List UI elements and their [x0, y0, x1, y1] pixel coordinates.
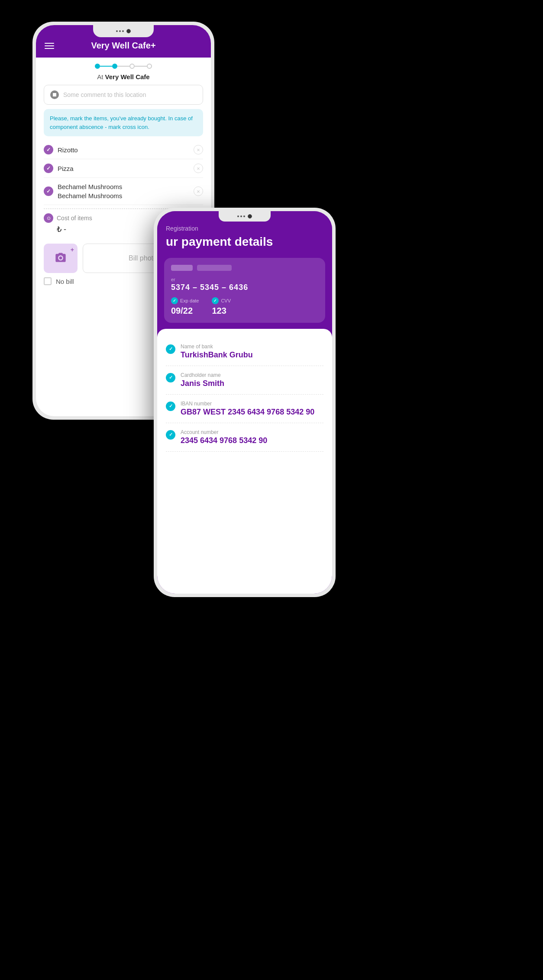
- iban-content: IBAN number GB87 WEST 2345 6434 9768 534…: [181, 401, 314, 417]
- card-chip: [171, 265, 193, 271]
- cardholder-content: Cardholder name Janis Smith: [181, 372, 224, 388]
- step-1: [95, 64, 100, 69]
- bank-name-check: [166, 344, 175, 354]
- items-list: Rizotto × Pizza × Bechamel Mushrooms Bec…: [44, 141, 203, 205]
- notch-dot-1: [116, 30, 118, 32]
- step-indicator: [36, 58, 211, 71]
- payment-title: ur payment details: [166, 235, 323, 249]
- card-brand: [197, 265, 232, 271]
- step-2: [112, 64, 117, 69]
- notch-camera: [126, 29, 131, 33]
- account-value: 2345 6434 9768 5342 90: [181, 436, 267, 445]
- exp-label: Exp date: [180, 298, 199, 303]
- iban-row: IBAN number GB87 WEST 2345 6434 9768 534…: [166, 395, 323, 423]
- hamburger-menu[interactable]: [45, 43, 54, 49]
- card-widget: er 5374 – 5345 – 6436 Exp date 09/22 CVV…: [164, 258, 325, 323]
- notch-dot-2: [119, 30, 121, 32]
- cvv-label: CVV: [221, 298, 231, 303]
- bank-name-value: TurkishBank Grubu: [181, 350, 253, 360]
- item-check-bechamel[interactable]: [44, 186, 53, 196]
- no-bill-label: No bill: [56, 278, 74, 285]
- item-name-pizza: Pizza: [58, 165, 189, 172]
- item-name-bechamel: Bechamel Mushrooms Bechamel Mushrooms: [58, 182, 189, 200]
- comment-input[interactable]: Some comment to this location: [44, 85, 203, 105]
- info-box: Please, mark the items, you've already b…: [44, 109, 203, 136]
- bank-name-row: Name of bank TurkishBank Grubu: [166, 337, 323, 366]
- list-item: Bechamel Mushrooms Bechamel Mushrooms ×: [44, 178, 203, 205]
- notch2-dot-3: [243, 215, 245, 217]
- cvv-check-icon: [212, 297, 219, 304]
- cost-label: Cost of items: [57, 215, 92, 222]
- item-remove-bechamel[interactable]: ×: [194, 186, 203, 196]
- notch2-dot-1: [237, 215, 239, 217]
- card-number: 5374 – 5345 – 6436: [171, 283, 318, 292]
- cardholder-check: [166, 373, 175, 382]
- step-4: [147, 64, 152, 69]
- phone2: Registration ur payment details er 5374 …: [154, 208, 336, 597]
- item-remove-rizotto[interactable]: ×: [194, 145, 203, 154]
- plus-icon: +: [71, 246, 74, 253]
- iban-label: IBAN number: [181, 401, 314, 407]
- notch2-camera: [248, 214, 252, 218]
- exp-check-icon: [171, 297, 178, 304]
- comment-icon: [50, 90, 59, 99]
- app-title: Very Well Cafe+: [61, 41, 186, 51]
- bank-name-content: Name of bank TurkishBank Grubu: [181, 344, 253, 360]
- cardholder-value: Janis Smith: [181, 379, 224, 388]
- account-content: Account number 2345 6434 9768 5342 90: [181, 429, 267, 445]
- exp-date-field: Exp date 09/22: [171, 297, 199, 316]
- item-check-pizza[interactable]: [44, 164, 53, 173]
- payment-details-section: Name of bank TurkishBank Grubu Cardholde…: [157, 329, 332, 594]
- phone1-notch: [93, 25, 154, 37]
- account-label: Account number: [181, 429, 267, 435]
- card-top: [171, 265, 318, 271]
- card-meta: Exp date 09/22 CVV 123: [171, 297, 318, 316]
- list-item: Pizza ×: [44, 159, 203, 178]
- photo-upload-button[interactable]: +: [44, 244, 78, 273]
- registration-label: Registration: [166, 225, 323, 232]
- bank-name-label: Name of bank: [181, 344, 253, 350]
- iban-value: GB87 WEST 2345 6434 9768 5342 90: [181, 408, 314, 417]
- notch2-dot-2: [240, 215, 242, 217]
- item-remove-pizza[interactable]: ×: [194, 164, 203, 173]
- cvv-field: CVV 123: [212, 297, 231, 316]
- cost-icon: [44, 213, 53, 223]
- location-label: At Very Well Cafe: [36, 71, 211, 85]
- item-check-rizotto[interactable]: [44, 145, 53, 154]
- iban-check: [166, 402, 175, 411]
- phone2-notch: [219, 211, 271, 222]
- cardholder-row: Cardholder name Janis Smith: [166, 366, 323, 395]
- account-row: Account number 2345 6434 9768 5342 90: [166, 423, 323, 452]
- card-number-label: er: [171, 277, 318, 282]
- exp-value: 09/22: [171, 306, 199, 316]
- step-3: [129, 64, 135, 69]
- cardholder-label: Cardholder name: [181, 372, 224, 378]
- step-line-3: [135, 66, 147, 67]
- account-check: [166, 430, 175, 440]
- item-name-rizotto: Rizotto: [58, 146, 189, 154]
- step-line-1: [100, 66, 112, 67]
- step-line-2: [117, 66, 129, 67]
- list-item: Rizotto ×: [44, 141, 203, 159]
- camera-icon: [55, 251, 67, 265]
- no-bill-checkbox[interactable]: [44, 277, 52, 285]
- comment-placeholder: Some comment to this location: [63, 91, 146, 98]
- notch-dot-3: [122, 30, 124, 32]
- cvv-value: 123: [212, 306, 231, 316]
